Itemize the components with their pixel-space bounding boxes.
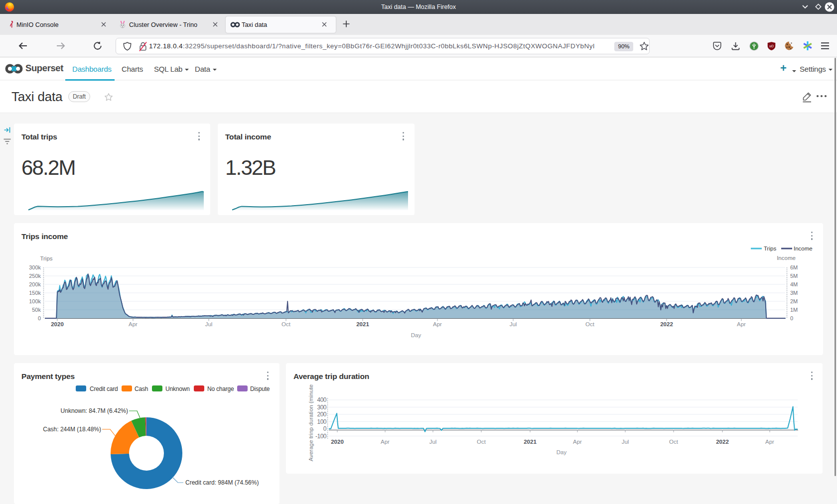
svg-text:4M: 4M [790,281,798,287]
svg-text:Apr: Apr [573,439,582,445]
svg-text:250k: 250k [29,273,41,279]
svg-text:Apr: Apr [381,439,390,445]
svg-text:2022: 2022 [660,321,673,327]
svg-text:Day: Day [411,332,421,338]
svg-text:0: 0 [790,315,793,321]
svg-text:Oct: Oct [585,321,595,327]
svg-text:2M: 2M [790,298,798,304]
svg-text:5M: 5M [790,273,798,279]
svg-text:Cash: 244M (18.48%): Cash: 244M (18.48%) [43,426,101,433]
svg-text:150k: 150k [29,290,41,296]
svg-text:Credit card: Credit card [90,385,118,392]
svg-text:Cash: Cash [135,385,148,392]
svg-text:Jul: Jul [205,321,213,327]
svg-text:uO: uO [769,44,774,48]
svg-text:100k: 100k [29,298,41,304]
svg-text:2021: 2021 [524,439,537,445]
svg-text:Income: Income [794,246,813,252]
svg-text:Dispute: Dispute [250,385,270,392]
svg-text:Average trinp duration (minute: Average trinp duration (minute [308,384,314,462]
svg-text:0: 0 [323,425,327,432]
svg-text:Trips: Trips [40,255,52,261]
svg-text:1M: 1M [790,307,798,313]
svg-text:2021: 2021 [356,321,369,327]
svg-text:50k: 50k [32,307,41,313]
svg-text:400: 400 [317,396,326,403]
svg-text:Apr: Apr [129,321,138,327]
svg-text:Income: Income [777,255,796,261]
svg-text:Trips: Trips [764,246,776,252]
svg-text:-100: -100 [315,433,327,440]
svg-text:No charge: No charge [207,385,234,392]
svg-text:200k: 200k [29,281,41,287]
svg-text:6M: 6M [790,264,798,270]
svg-text:100: 100 [317,418,326,425]
svg-text:Jul: Jul [622,439,629,445]
svg-text:2020: 2020 [331,439,344,445]
svg-text:200: 200 [317,411,326,418]
svg-text:300: 300 [317,404,326,411]
svg-text:Oct: Oct [669,439,679,445]
svg-text:Unknown: 84.7M (6.42%): Unknown: 84.7M (6.42%) [61,407,128,414]
svg-text:Jul: Jul [510,321,517,327]
svg-text:Unknown: Unknown [165,385,190,392]
svg-text:0: 0 [38,315,41,321]
svg-text:Credit card: 984M (74.56%): Credit card: 984M (74.56%) [185,479,259,486]
svg-text:Oct: Oct [281,321,291,327]
svg-text:3M: 3M [790,290,798,296]
svg-text:Apr: Apr [433,321,442,327]
svg-text:2022: 2022 [716,439,729,445]
svg-text:Day: Day [557,449,567,455]
svg-text:Oct: Oct [477,439,486,445]
svg-text:Apr: Apr [765,439,774,445]
svg-text:Apr: Apr [737,321,746,327]
svg-text:Jul: Jul [429,439,437,445]
svg-text:2020: 2020 [51,321,64,327]
svg-text:300k: 300k [29,264,41,270]
